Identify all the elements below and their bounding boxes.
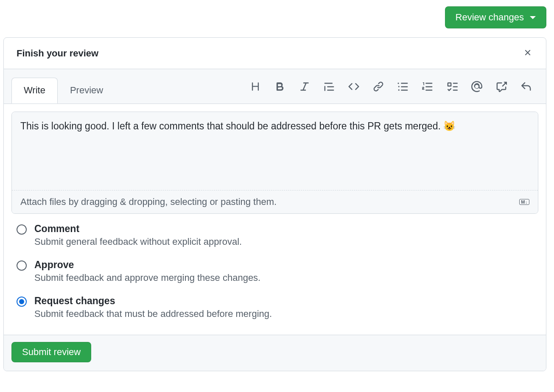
numbered-list-button[interactable] [422,81,433,92]
mention-button[interactable] [471,81,482,92]
review-panel: Finish your review Write Preview [3,37,546,371]
option-request-changes[interactable]: Request changes Submit feedback that mus… [17,295,533,319]
attach-row[interactable]: Attach files by dragging & dropping, sel… [12,190,538,213]
option-approve[interactable]: Approve Submit feedback and approve merg… [17,259,533,283]
submit-review-button[interactable]: Submit review [11,342,91,362]
panel-title: Finish your review [17,48,98,59]
link-button[interactable] [373,81,384,92]
task-list-icon [447,81,458,92]
review-changes-label: Review changes [456,12,524,23]
quote-icon [324,81,335,92]
option-comment-title: Comment [34,223,242,235]
review-options: Comment Submit general feedback without … [4,214,546,335]
numbered-list-icon [422,81,433,92]
comment-textarea[interactable] [12,112,538,188]
mention-icon [471,81,482,92]
editor-wrap: Attach files by dragging & dropping, sel… [4,104,546,214]
panel-footer: Submit review [4,335,546,371]
italic-button[interactable] [299,81,310,92]
option-request-desc: Submit feedback that must be addressed b… [34,308,272,319]
cross-reference-button[interactable] [496,81,507,92]
code-icon [348,81,359,92]
attach-hint: Attach files by dragging & dropping, sel… [20,196,277,207]
italic-icon [299,81,310,92]
caret-down-icon [530,16,536,19]
option-approve-desc: Submit feedback and approve merging thes… [34,272,260,283]
bullet-list-button[interactable] [397,81,409,92]
bold-button[interactable] [274,81,285,92]
bold-icon [274,81,285,92]
panel-header: Finish your review [4,38,546,69]
tab-bar: Write Preview [4,69,546,104]
radio-request-changes[interactable] [17,297,27,307]
bullet-list-icon [397,81,409,92]
task-list-button[interactable] [447,81,458,92]
option-comment[interactable]: Comment Submit general feedback without … [17,223,533,247]
markdown-toolbar [250,81,538,92]
close-button[interactable] [521,46,534,60]
reply-button[interactable] [520,81,532,92]
radio-comment[interactable] [17,224,27,235]
review-changes-button[interactable]: Review changes [445,6,546,28]
quote-button[interactable] [324,81,335,92]
reply-icon [520,81,532,92]
link-icon [373,81,384,92]
markdown-icon[interactable]: M↓ [519,199,529,205]
editor-box: Attach files by dragging & dropping, sel… [11,112,538,214]
heading-button[interactable] [250,81,261,92]
radio-approve[interactable] [17,260,27,271]
tab-preview[interactable]: Preview [58,78,115,103]
heading-icon [250,81,261,92]
option-request-title: Request changes [34,295,272,307]
close-icon [523,48,532,57]
tab-write[interactable]: Write [11,78,58,104]
tabs: Write Preview [11,78,115,103]
top-bar: Review changes [0,0,554,35]
code-button[interactable] [348,81,359,92]
cross-reference-icon [496,81,507,92]
option-approve-title: Approve [34,259,260,271]
option-comment-desc: Submit general feedback without explicit… [34,236,242,247]
